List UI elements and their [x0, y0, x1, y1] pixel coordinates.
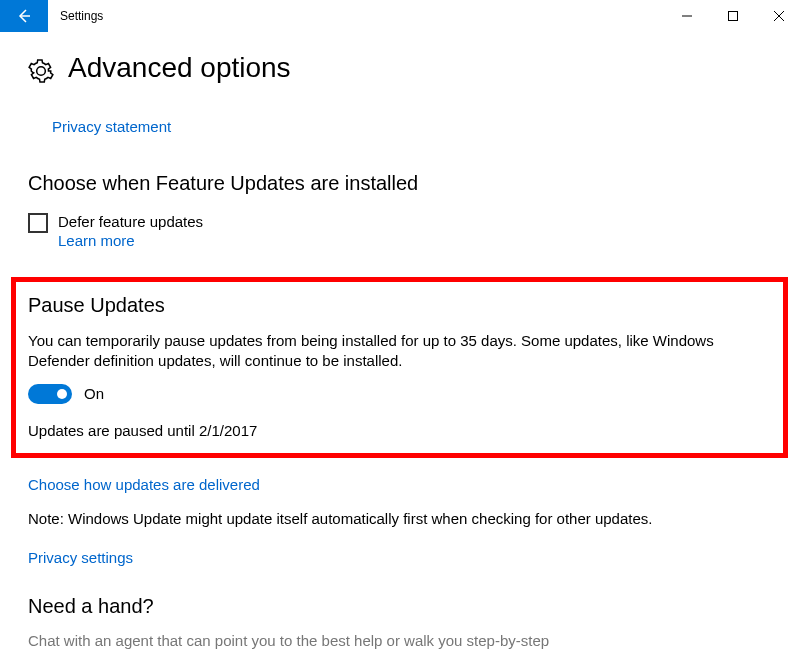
- back-button[interactable]: [0, 0, 48, 32]
- choose-delivery-link[interactable]: Choose how updates are delivered: [28, 476, 260, 493]
- pause-updates-heading: Pause Updates: [28, 294, 771, 317]
- page-title: Advanced options: [68, 52, 291, 84]
- pause-toggle-row: On: [28, 384, 771, 404]
- pause-status: Updates are paused until 2/1/2017: [28, 422, 771, 439]
- chat-agent-text: Chat with an agent that can point you to…: [28, 632, 774, 649]
- defer-updates-row: Defer feature updates Learn more: [28, 213, 774, 249]
- close-button[interactable]: [756, 0, 802, 32]
- update-note: Note: Windows Update might update itself…: [28, 510, 774, 527]
- need-hand-heading: Need a hand?: [28, 595, 774, 618]
- pause-toggle-state: On: [84, 385, 104, 402]
- choose-when-heading: Choose when Feature Updates are installe…: [28, 172, 774, 195]
- minimize-icon: [682, 11, 692, 21]
- svg-rect-2: [729, 12, 738, 21]
- toggle-knob: [57, 389, 67, 399]
- back-arrow-icon: [16, 8, 32, 24]
- privacy-settings-link[interactable]: Privacy settings: [28, 549, 133, 566]
- titlebar: Settings: [0, 0, 802, 32]
- defer-updates-checkbox[interactable]: [28, 213, 48, 233]
- pause-updates-toggle[interactable]: [28, 384, 72, 404]
- minimize-button[interactable]: [664, 0, 710, 32]
- maximize-button[interactable]: [710, 0, 756, 32]
- content-area: Advanced options Privacy statement Choos…: [0, 52, 802, 649]
- gear-icon: [28, 58, 54, 84]
- privacy-statement-link[interactable]: Privacy statement: [52, 118, 171, 135]
- learn-more-link[interactable]: Learn more: [58, 232, 203, 249]
- pause-updates-highlight: Pause Updates You can temporarily pause …: [11, 277, 788, 458]
- maximize-icon: [728, 11, 738, 21]
- page-header: Advanced options: [28, 52, 774, 84]
- close-icon: [774, 11, 784, 21]
- defer-updates-label: Defer feature updates: [58, 213, 203, 230]
- window-title: Settings: [48, 0, 103, 32]
- pause-updates-description: You can temporarily pause updates from b…: [28, 331, 771, 372]
